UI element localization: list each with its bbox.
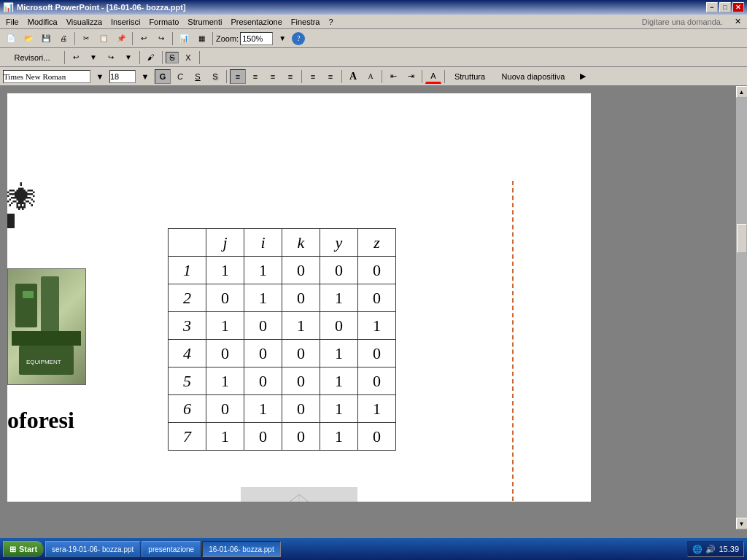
taskbar-item-1[interactable]: sera-19-01-06- bozza.ppt xyxy=(45,541,140,557)
table-row: 5 1 0 0 1 0 xyxy=(169,368,396,395)
sep14 xyxy=(444,70,445,83)
paste-button[interactable]: 📌 xyxy=(113,31,129,46)
font-name-input[interactable] xyxy=(3,70,90,83)
r5c3: 0 xyxy=(282,368,320,395)
struttura-button[interactable]: Struttura xyxy=(448,69,492,84)
system-tray: 🌐 🔊 15.39 xyxy=(687,541,744,557)
menu-finestra[interactable]: Finestra xyxy=(287,16,325,28)
copy-button[interactable]: 📋 xyxy=(96,31,112,46)
align-center-button[interactable]: ≡ xyxy=(247,69,263,84)
table-header-z: z xyxy=(358,229,396,257)
scroll-track[interactable] xyxy=(736,98,748,518)
start-icon: ⊞ xyxy=(9,545,16,554)
undo-button[interactable]: ↩ xyxy=(136,31,152,46)
table-row: 2 0 1 0 1 0 xyxy=(169,284,396,312)
italic-button[interactable]: C xyxy=(172,69,188,84)
redo2-button[interactable]: ↪ xyxy=(103,50,119,65)
row-1-header: 1 xyxy=(169,257,206,284)
r2c2: 1 xyxy=(244,284,282,312)
strikethrough-button[interactable]: S xyxy=(166,52,179,63)
r2c4: 1 xyxy=(320,284,358,312)
help-button[interactable]: ? xyxy=(292,32,305,45)
r6c2: 1 xyxy=(244,395,282,423)
start-button[interactable]: ⊞ Start xyxy=(3,541,44,557)
menu-visualizza[interactable]: Visualizza xyxy=(62,16,107,28)
align-right-button[interactable]: ≡ xyxy=(265,69,281,84)
scroll-down-button[interactable]: ▼ xyxy=(736,518,748,529)
extra-button[interactable]: ▶ xyxy=(575,69,591,84)
new-button[interactable]: 📄 xyxy=(3,31,19,46)
scroll-up-button[interactable]: ▲ xyxy=(736,86,748,98)
underline-button[interactable]: S xyxy=(190,69,206,84)
save-button[interactable]: 💾 xyxy=(38,31,54,46)
r1c4: 0 xyxy=(320,257,358,284)
sep9 xyxy=(226,70,227,83)
nuova-slide-button[interactable]: Nuova diapositiva xyxy=(493,69,573,84)
insert-chart-button[interactable]: 📊 xyxy=(176,31,192,46)
row-5-header: 5 xyxy=(169,368,206,395)
row-4-header: 4 xyxy=(169,340,206,368)
print-button[interactable]: 🖨 xyxy=(55,31,71,46)
r3c5: 1 xyxy=(358,312,396,340)
slide-canvas[interactable]: 🕷 EQUIPMENT oforesi xyxy=(7,93,591,502)
insert-table-button[interactable]: ▦ xyxy=(193,31,209,46)
search-box[interactable]: Digitare una domanda. xyxy=(638,16,727,28)
taskbar-item-2[interactable]: presentazione xyxy=(142,541,201,557)
zoom-label: Zoom: xyxy=(216,34,239,43)
maximize-button[interactable]: □ xyxy=(719,2,731,12)
right-scrollbar: ▲ ▼ xyxy=(735,86,747,529)
align-left-button[interactable]: ≡ xyxy=(230,69,246,84)
zoom-input[interactable] xyxy=(240,32,273,45)
menu-strumenti[interactable]: Strumenti xyxy=(183,16,226,28)
r7c4: 1 xyxy=(320,423,358,451)
justify-button[interactable]: ≡ xyxy=(282,69,298,84)
row-2-header: 2 xyxy=(169,284,206,312)
menu-presentazione[interactable]: Presentazione xyxy=(226,16,286,28)
svg-text:EQUIPMENT: EQUIPMENT xyxy=(26,359,61,365)
cut-button[interactable]: ✂ xyxy=(78,31,94,46)
r1c5: 0 xyxy=(358,257,396,284)
r7c3: 0 xyxy=(282,423,320,451)
sep3 xyxy=(172,32,173,45)
redo-button[interactable]: ↪ xyxy=(153,31,169,46)
taskbar-item-3[interactable]: 16-01-06- bozza.ppt xyxy=(202,541,281,557)
menu-help[interactable]: ? xyxy=(325,16,338,28)
list-ul-button[interactable]: ≡ xyxy=(322,69,338,84)
bold-button[interactable]: G xyxy=(155,69,171,84)
indent-more-button[interactable]: ⇥ xyxy=(403,69,419,84)
font-size-input[interactable] xyxy=(109,70,136,83)
r4c3: 0 xyxy=(282,340,320,368)
row-3-header: 3 xyxy=(169,312,206,340)
font-size-dropdown[interactable]: ▼ xyxy=(137,69,153,84)
menu-inserisci[interactable]: Inserisci xyxy=(107,16,144,28)
table-header-j: j xyxy=(206,229,244,257)
menu-file[interactable]: File xyxy=(1,16,23,28)
undo2-button[interactable]: ↩ xyxy=(68,50,84,65)
undo2-dropdown[interactable]: ▼ xyxy=(85,50,101,65)
menu-modifica[interactable]: Modifica xyxy=(23,16,62,28)
sep1 xyxy=(74,32,75,45)
decrease-font-button[interactable]: A xyxy=(363,69,379,84)
revisor-button[interactable]: Revisori... xyxy=(3,50,61,65)
volume-icon: 🔊 xyxy=(705,545,716,554)
close-button[interactable]: ✕ xyxy=(732,2,744,12)
indent-less-button[interactable]: ⇤ xyxy=(385,69,401,84)
r2c1: 0 xyxy=(206,284,244,312)
format-painter-button[interactable]: 🖌 xyxy=(143,50,159,65)
table-header-y: y xyxy=(320,229,358,257)
redo2-dropdown[interactable]: ▼ xyxy=(120,50,136,65)
r6c5: 1 xyxy=(358,395,396,423)
shadow-button[interactable]: S xyxy=(207,69,223,84)
del-button[interactable]: X xyxy=(180,50,196,65)
minimize-button[interactable]: − xyxy=(706,2,718,12)
equipment-graphic: EQUIPMENT xyxy=(8,269,85,384)
scroll-thumb[interactable] xyxy=(737,224,747,253)
menu-formato[interactable]: Formato xyxy=(144,16,183,28)
list-ol-button[interactable]: ≡ xyxy=(305,69,321,84)
zoom-dropdown[interactable]: ▼ xyxy=(274,31,290,46)
increase-font-button[interactable]: A xyxy=(345,69,361,84)
close-search-icon[interactable]: ✕ xyxy=(730,15,746,28)
font-name-dropdown[interactable]: ▼ xyxy=(92,69,108,84)
font-color-button[interactable]: A xyxy=(425,69,441,84)
open-button[interactable]: 📂 xyxy=(20,31,36,46)
